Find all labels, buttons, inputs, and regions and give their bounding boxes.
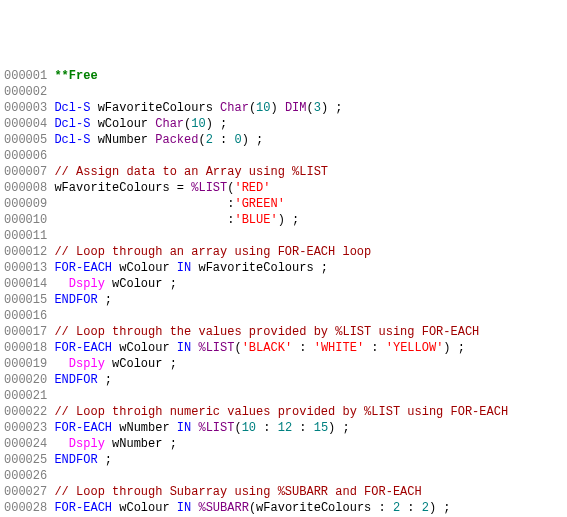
code-line: 000027 // Loop through Subarray using %S… xyxy=(4,484,563,500)
code-token: 'YELLOW' xyxy=(386,341,444,355)
code-token: 2 xyxy=(422,501,429,515)
line-number: 000021 xyxy=(4,389,47,403)
line-number: 000027 xyxy=(4,485,47,499)
code-token: // Loop through an array using FOR-EACH … xyxy=(54,245,371,259)
code-token: wFavoriteColours xyxy=(90,101,220,115)
code-token: (wFavoriteColours : xyxy=(249,501,393,515)
code-line: 000009 :'GREEN' xyxy=(4,196,563,212)
code-line: 000028 FOR-EACH wColour IN %SUBARR(wFavo… xyxy=(4,500,563,516)
code-line: 000018 FOR-EACH wColour IN %LIST('BLACK'… xyxy=(4,340,563,356)
code-token: %LIST xyxy=(191,181,227,195)
code-token: : xyxy=(54,197,234,211)
code-token: 0 xyxy=(234,133,241,147)
code-token: ; xyxy=(98,293,112,307)
code-token: ) ; xyxy=(321,101,343,115)
code-token: Char xyxy=(220,101,249,115)
line-number: 000020 xyxy=(4,373,47,387)
code-token: : xyxy=(213,133,235,147)
code-token: IN xyxy=(177,261,191,275)
line-number: 000004 xyxy=(4,117,47,131)
code-token: wNumber xyxy=(112,421,177,435)
code-token: ( xyxy=(234,341,241,355)
line-number: 000011 xyxy=(4,229,47,243)
code-token: Dcl-S xyxy=(54,117,90,131)
code-line: 000017 // Loop through the values provid… xyxy=(4,324,563,340)
code-token: Dcl-S xyxy=(54,101,90,115)
code-token: wColour xyxy=(90,117,155,131)
code-token: wFavoriteColours ; xyxy=(191,261,328,275)
code-token: IN xyxy=(177,421,191,435)
line-number: 000025 xyxy=(4,453,47,467)
code-token: FOR-EACH xyxy=(54,261,112,275)
code-line: 000006 xyxy=(4,148,563,164)
code-token: 10 xyxy=(191,117,205,131)
code-line: 000022 // Loop throigh numeric values pr… xyxy=(4,404,563,420)
code-line: 000014 Dsply wColour ; xyxy=(4,276,563,292)
line-number: 000005 xyxy=(4,133,47,147)
code-line: 000001 **Free xyxy=(4,68,563,84)
line-number: 000017 xyxy=(4,325,47,339)
code-token: ) ; xyxy=(206,117,228,131)
code-token: Dsply xyxy=(69,437,105,451)
code-token: ; xyxy=(98,373,112,387)
code-token: **Free xyxy=(54,69,97,83)
line-number: 000009 xyxy=(4,197,47,211)
code-token: : xyxy=(54,213,234,227)
code-token: ENDFOR xyxy=(54,373,97,387)
code-line: 000003 Dcl-S wFavoriteColours Char(10) D… xyxy=(4,100,563,116)
code-line: 000023 FOR-EACH wNumber IN %LIST(10 : 12… xyxy=(4,420,563,436)
code-token: ) ; xyxy=(443,341,465,355)
code-line: 000024 Dsply wNumber ; xyxy=(4,436,563,452)
code-line: 000012 // Loop through an array using FO… xyxy=(4,244,563,260)
code-line: 000008 wFavoriteColours = %LIST('RED' xyxy=(4,180,563,196)
code-token: wColour xyxy=(112,501,177,515)
line-number: 000014 xyxy=(4,277,47,291)
code-token: Dsply xyxy=(69,277,105,291)
line-number: 000008 xyxy=(4,181,47,195)
code-line: 000007 // Assign data to an Array using … xyxy=(4,164,563,180)
code-token: wNumber xyxy=(90,133,155,147)
code-token xyxy=(54,357,68,371)
code-line: 000004 Dcl-S wColour Char(10) ; xyxy=(4,116,563,132)
code-token: 'RED' xyxy=(234,181,270,195)
code-token: FOR-EACH xyxy=(54,341,112,355)
line-number: 000016 xyxy=(4,309,47,323)
code-listing: 000001 **Free000002 000003 Dcl-S wFavori… xyxy=(4,68,563,517)
code-token: wColour ; xyxy=(105,277,177,291)
code-token: wFavoriteColours = xyxy=(54,181,191,195)
line-number: 000013 xyxy=(4,261,47,275)
code-token: 10 xyxy=(242,421,256,435)
code-token: FOR-EACH xyxy=(54,421,112,435)
code-token: ) ; xyxy=(242,133,264,147)
code-line: 000011 xyxy=(4,228,563,244)
code-token: 3 xyxy=(314,101,321,115)
line-number: 000003 xyxy=(4,101,47,115)
line-number: 000024 xyxy=(4,437,47,451)
code-token: // Loop through the values provided by %… xyxy=(54,325,479,339)
code-line: 000015 ENDFOR ; xyxy=(4,292,563,308)
line-number: 000022 xyxy=(4,405,47,419)
code-token: 'BLUE' xyxy=(234,213,277,227)
line-number: 000026 xyxy=(4,469,47,483)
code-token: ) xyxy=(270,101,284,115)
code-token: ( xyxy=(234,421,241,435)
code-token: ) ; xyxy=(429,501,451,515)
line-number: 000023 xyxy=(4,421,47,435)
code-token: ( xyxy=(198,133,205,147)
code-token: ( xyxy=(249,101,256,115)
code-token: 'WHITE' xyxy=(314,341,364,355)
line-number: 000002 xyxy=(4,85,47,99)
code-token: %SUBARR xyxy=(198,501,248,515)
line-number: 000001 xyxy=(4,69,47,83)
code-token: : xyxy=(292,341,314,355)
code-line: 000020 ENDFOR ; xyxy=(4,372,563,388)
line-number: 000028 xyxy=(4,501,47,515)
code-token: ENDFOR xyxy=(54,453,97,467)
code-token xyxy=(54,437,68,451)
code-token: // Assign data to an Array using %LIST xyxy=(54,165,328,179)
line-number: 000010 xyxy=(4,213,47,227)
code-token: IN xyxy=(177,501,191,515)
code-line: 000013 FOR-EACH wColour IN wFavoriteColo… xyxy=(4,260,563,276)
code-token: 15 xyxy=(314,421,328,435)
code-token: Packed xyxy=(155,133,198,147)
